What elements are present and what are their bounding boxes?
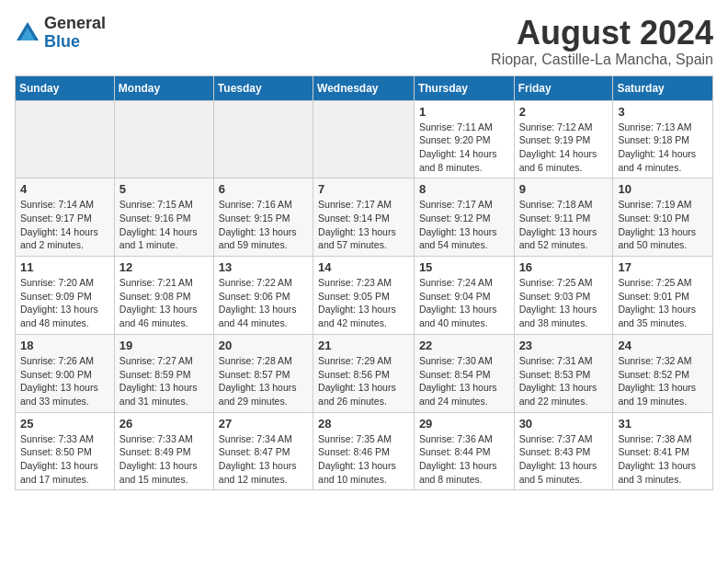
calendar-cell: 29Sunrise: 7:36 AM Sunset: 8:44 PM Dayli…: [414, 412, 514, 490]
calendar-week-3: 11Sunrise: 7:20 AM Sunset: 9:09 PM Dayli…: [16, 257, 713, 335]
day-number: 1: [419, 105, 509, 119]
day-number: 25: [20, 417, 109, 431]
logo-general-text: General: [44, 14, 106, 32]
calendar-cell: 2Sunrise: 7:12 AM Sunset: 9:19 PM Daylig…: [514, 100, 613, 178]
month-year-title: August 2024: [491, 15, 713, 52]
calendar-cell: 10Sunrise: 7:19 AM Sunset: 9:10 PM Dayli…: [613, 178, 713, 257]
calendar-cell: [16, 100, 115, 178]
calendar-cell: 6Sunrise: 7:16 AM Sunset: 9:15 PM Daylig…: [213, 178, 313, 257]
day-number: 23: [519, 339, 609, 352]
calendar-cell: [313, 100, 415, 178]
calendar-cell: [213, 100, 313, 178]
day-detail: Sunrise: 7:30 AM Sunset: 8:54 PM Dayligh…: [419, 354, 509, 408]
day-number: 22: [419, 339, 509, 352]
day-detail: Sunrise: 7:21 AM Sunset: 9:08 PM Dayligh…: [119, 276, 209, 330]
calendar-cell: 27Sunrise: 7:34 AM Sunset: 8:47 PM Dayli…: [213, 412, 313, 490]
day-detail: Sunrise: 7:12 AM Sunset: 9:19 PM Dayligh…: [519, 121, 609, 175]
day-detail: Sunrise: 7:36 AM Sunset: 8:44 PM Dayligh…: [419, 432, 509, 487]
day-number: 18: [20, 339, 109, 352]
day-detail: Sunrise: 7:38 AM Sunset: 8:41 PM Dayligh…: [618, 432, 708, 487]
day-number: 6: [219, 182, 308, 196]
logo-icon: [15, 20, 40, 46]
day-detail: Sunrise: 7:22 AM Sunset: 9:06 PM Dayligh…: [219, 276, 308, 330]
day-detail: Sunrise: 7:33 AM Sunset: 8:49 PM Dayligh…: [119, 432, 209, 487]
calendar-week-1: 1Sunrise: 7:11 AM Sunset: 9:20 PM Daylig…: [16, 100, 713, 178]
calendar-cell: 28Sunrise: 7:35 AM Sunset: 8:46 PM Dayli…: [313, 412, 415, 490]
calendar-cell: 31Sunrise: 7:38 AM Sunset: 8:41 PM Dayli…: [613, 412, 713, 490]
calendar-table: Sunday Monday Tuesday Wednesday Thursday…: [15, 75, 713, 491]
calendar-cell: 5Sunrise: 7:15 AM Sunset: 9:16 PM Daylig…: [114, 178, 213, 257]
day-number: 26: [119, 417, 209, 431]
calendar-cell: 18Sunrise: 7:26 AM Sunset: 9:00 PM Dayli…: [16, 334, 115, 412]
day-number: 16: [519, 260, 609, 274]
day-detail: Sunrise: 7:26 AM Sunset: 9:00 PM Dayligh…: [20, 354, 109, 408]
logo-blue-text: Blue: [44, 32, 80, 51]
calendar-body: 1Sunrise: 7:11 AM Sunset: 9:20 PM Daylig…: [16, 100, 713, 490]
day-detail: Sunrise: 7:17 AM Sunset: 9:14 PM Dayligh…: [318, 198, 409, 252]
day-detail: Sunrise: 7:11 AM Sunset: 9:20 PM Dayligh…: [419, 121, 509, 175]
day-detail: Sunrise: 7:32 AM Sunset: 8:52 PM Dayligh…: [618, 354, 708, 408]
calendar-week-2: 4Sunrise: 7:14 AM Sunset: 9:17 PM Daylig…: [16, 178, 713, 257]
day-number: 3: [618, 105, 708, 119]
calendar-cell: 12Sunrise: 7:21 AM Sunset: 9:08 PM Dayli…: [114, 257, 213, 335]
day-detail: Sunrise: 7:35 AM Sunset: 8:46 PM Dayligh…: [318, 432, 409, 487]
day-detail: Sunrise: 7:18 AM Sunset: 9:11 PM Dayligh…: [519, 198, 609, 252]
day-detail: Sunrise: 7:27 AM Sunset: 8:59 PM Dayligh…: [119, 354, 209, 408]
calendar-cell: 3Sunrise: 7:13 AM Sunset: 9:18 PM Daylig…: [613, 100, 713, 178]
calendar-header: Sunday Monday Tuesday Wednesday Thursday…: [16, 75, 713, 100]
day-number: 14: [318, 260, 409, 274]
day-number: 12: [119, 260, 209, 274]
day-detail: Sunrise: 7:16 AM Sunset: 9:15 PM Dayligh…: [219, 198, 308, 252]
logo-text: General Blue: [44, 15, 106, 52]
col-thursday: Thursday: [414, 75, 514, 100]
calendar-cell: 15Sunrise: 7:24 AM Sunset: 9:04 PM Dayli…: [414, 257, 514, 335]
calendar-cell: 19Sunrise: 7:27 AM Sunset: 8:59 PM Dayli…: [114, 334, 213, 412]
day-number: 30: [519, 417, 609, 431]
day-number: 15: [419, 260, 509, 274]
calendar-cell: 30Sunrise: 7:37 AM Sunset: 8:43 PM Dayli…: [514, 412, 613, 490]
day-number: 27: [219, 417, 308, 431]
day-number: 11: [20, 260, 109, 274]
day-number: 17: [618, 260, 708, 274]
day-number: 9: [519, 182, 609, 196]
day-detail: Sunrise: 7:33 AM Sunset: 8:50 PM Dayligh…: [20, 432, 109, 487]
calendar-week-4: 18Sunrise: 7:26 AM Sunset: 9:00 PM Dayli…: [16, 334, 713, 412]
day-number: 10: [618, 182, 708, 196]
col-tuesday: Tuesday: [213, 75, 313, 100]
day-number: 20: [219, 339, 308, 352]
day-number: 5: [119, 182, 209, 196]
calendar-cell: 13Sunrise: 7:22 AM Sunset: 9:06 PM Dayli…: [213, 257, 313, 335]
day-number: 2: [519, 105, 609, 119]
calendar-cell: 11Sunrise: 7:20 AM Sunset: 9:09 PM Dayli…: [16, 257, 115, 335]
day-detail: Sunrise: 7:37 AM Sunset: 8:43 PM Dayligh…: [519, 432, 609, 487]
title-area: August 2024 Riopar, Castille-La Mancha, …: [491, 15, 713, 68]
calendar-cell: 7Sunrise: 7:17 AM Sunset: 9:14 PM Daylig…: [313, 178, 415, 257]
location-subtitle: Riopar, Castille-La Mancha, Spain: [491, 52, 713, 68]
calendar-cell: 24Sunrise: 7:32 AM Sunset: 8:52 PM Dayli…: [613, 334, 713, 412]
col-monday: Monday: [114, 75, 213, 100]
calendar-cell: 20Sunrise: 7:28 AM Sunset: 8:57 PM Dayli…: [213, 334, 313, 412]
day-number: 24: [618, 339, 708, 352]
day-number: 8: [419, 182, 509, 196]
calendar-cell: 14Sunrise: 7:23 AM Sunset: 9:05 PM Dayli…: [313, 257, 415, 335]
day-detail: Sunrise: 7:14 AM Sunset: 9:17 PM Dayligh…: [20, 198, 109, 252]
day-detail: Sunrise: 7:24 AM Sunset: 9:04 PM Dayligh…: [419, 276, 509, 330]
day-detail: Sunrise: 7:20 AM Sunset: 9:09 PM Dayligh…: [20, 276, 109, 330]
day-detail: Sunrise: 7:28 AM Sunset: 8:57 PM Dayligh…: [219, 354, 308, 408]
day-detail: Sunrise: 7:31 AM Sunset: 8:53 PM Dayligh…: [519, 354, 609, 408]
day-number: 31: [618, 417, 708, 431]
col-saturday: Saturday: [613, 75, 713, 100]
day-detail: Sunrise: 7:29 AM Sunset: 8:56 PM Dayligh…: [318, 354, 409, 408]
day-detail: Sunrise: 7:15 AM Sunset: 9:16 PM Dayligh…: [119, 198, 209, 252]
calendar-cell: 23Sunrise: 7:31 AM Sunset: 8:53 PM Dayli…: [514, 334, 613, 412]
calendar-cell: 16Sunrise: 7:25 AM Sunset: 9:03 PM Dayli…: [514, 257, 613, 335]
day-number: 21: [318, 339, 409, 352]
header-row: Sunday Monday Tuesday Wednesday Thursday…: [16, 75, 713, 100]
calendar-cell: 22Sunrise: 7:30 AM Sunset: 8:54 PM Dayli…: [414, 334, 514, 412]
calendar-cell: 21Sunrise: 7:29 AM Sunset: 8:56 PM Dayli…: [313, 334, 415, 412]
col-sunday: Sunday: [16, 75, 115, 100]
day-number: 29: [419, 417, 509, 431]
day-detail: Sunrise: 7:25 AM Sunset: 9:01 PM Dayligh…: [618, 276, 708, 330]
calendar-cell: 26Sunrise: 7:33 AM Sunset: 8:49 PM Dayli…: [114, 412, 213, 490]
header: General Blue August 2024 Riopar, Castill…: [15, 15, 713, 68]
